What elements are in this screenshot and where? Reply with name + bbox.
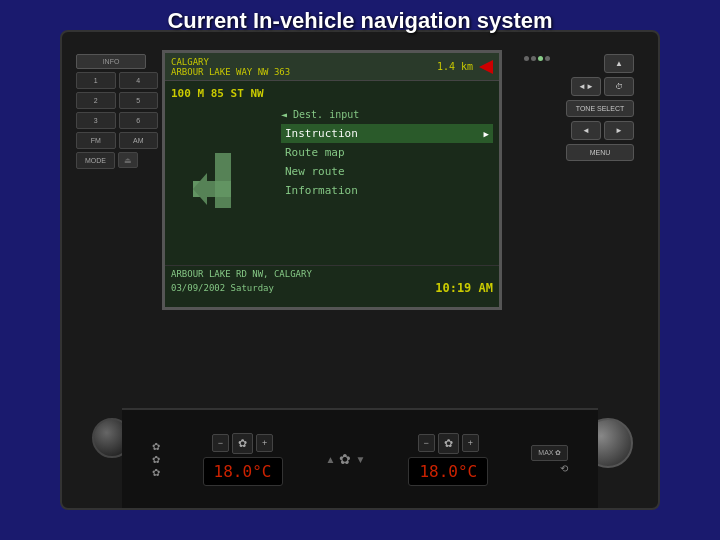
- title-text: Current In-vehicle navigation system: [167, 8, 552, 33]
- menu-item-route-map[interactable]: Route map: [281, 143, 493, 162]
- svg-rect-0: [215, 153, 231, 208]
- left-fan-icon-3[interactable]: ✿: [152, 467, 160, 478]
- right-btn-row-4: ◄ ►: [562, 121, 634, 140]
- led-dot-4: [545, 56, 550, 61]
- right-btn-row-2: ◄► ⏱: [562, 77, 634, 96]
- dest-input-header: ◄ Dest. input: [281, 109, 493, 120]
- car-unit: INFO 1 4 2 5 3 6 FM AM MODE ⏏: [60, 30, 660, 510]
- turn-arrow-graphic: [185, 143, 255, 227]
- max-button[interactable]: MAX ✿: [531, 445, 568, 461]
- svg-rect-1: [193, 181, 231, 197]
- button-up[interactable]: ▲: [604, 54, 634, 73]
- right-panel: ▲ ◄► ⏱ TONE SELECT ◄ ► MENU: [558, 50, 638, 310]
- cassette-icon: ⏏: [118, 152, 138, 168]
- dest-input-label: ◄ Dest. input: [281, 109, 359, 120]
- button-next[interactable]: ►: [604, 121, 634, 140]
- right-fan-button[interactable]: ✿: [438, 433, 459, 454]
- menu-item-instruction-label: Instruction: [285, 127, 358, 140]
- button-am[interactable]: AM: [119, 132, 159, 149]
- screen-content: CALGARY ARBOUR LAKE WAY NW 363 1.4 km 10…: [165, 53, 499, 307]
- right-btn-row-3: TONE SELECT: [562, 100, 634, 117]
- screen-right-menu: ◄ Dest. input Instruction ▶ Route map Ne…: [275, 105, 499, 265]
- screen-location: CALGARY ARBOUR LAKE WAY NW 363: [171, 57, 429, 77]
- screen-top-bar: CALGARY ARBOUR LAKE WAY NW 363 1.4 km: [165, 53, 499, 81]
- screen-bottom-address: ARBOUR LAKE RD NW, CALGARY: [171, 269, 493, 279]
- left-temp-display: 18.0°C: [203, 457, 283, 486]
- led-dot-1: [524, 56, 529, 61]
- tone-select-button[interactable]: TONE SELECT: [566, 100, 634, 117]
- menu-item-instruction[interactable]: Instruction ▶: [281, 124, 493, 143]
- button-clock[interactable]: ⏱: [604, 77, 634, 96]
- button-1[interactable]: 1: [76, 72, 116, 89]
- location-line1: CALGARY: [171, 57, 209, 67]
- navigation-screen: CALGARY ARBOUR LAKE WAY NW 363 1.4 km 10…: [162, 50, 502, 310]
- info-button[interactable]: INFO: [76, 54, 146, 69]
- left-fan-button[interactable]: ✿: [232, 433, 253, 454]
- climate-center-section: ▲ ✿ ▼: [326, 451, 366, 467]
- led-dot-3: [538, 56, 543, 61]
- left-fan-icon-1[interactable]: ✿: [152, 441, 160, 452]
- turn-arrow-area: [165, 105, 275, 265]
- location-line2: ARBOUR LAKE WAY NW 363: [171, 67, 290, 77]
- right-temp-display: 18.0°C: [408, 457, 488, 486]
- left-fan-icon-2[interactable]: ✿: [152, 454, 160, 465]
- page-title: Current In-vehicle navigation system: [0, 8, 720, 34]
- button-nav-arrows[interactable]: ◄►: [571, 77, 601, 96]
- climate-left-section: ✿ ✿ ✿: [152, 441, 160, 478]
- right-btn-row-1: ▲: [562, 54, 634, 73]
- button-3[interactable]: 3: [76, 112, 116, 129]
- screen-date: 03/09/2002 Saturday: [171, 283, 274, 293]
- led-dot-2: [531, 56, 536, 61]
- button-fm[interactable]: FM: [76, 132, 116, 149]
- mode-button[interactable]: MODE: [76, 152, 115, 169]
- button-prev[interactable]: ◄: [571, 121, 601, 140]
- turn-arrow-svg: [185, 143, 255, 223]
- direction-arrow-red: [479, 60, 493, 74]
- climate-left-temp-section: − ✿ + 18.0°C: [203, 433, 283, 486]
- climate-control-bar: ✿ ✿ ✿ − ✿ + 18.0°C ▲ ✿ ▼ − ✿: [122, 408, 598, 508]
- nav-menu-list[interactable]: Instruction ▶ Route map New route Inform…: [281, 124, 493, 200]
- instruction-street: 100 M 85 ST NW: [171, 87, 264, 100]
- menu-button[interactable]: MENU: [566, 144, 634, 161]
- left-panel: INFO 1 4 2 5 3 6 FM AM MODE ⏏: [72, 50, 162, 310]
- screen-bottom: ARBOUR LAKE RD NW, CALGARY 03/09/2002 Sa…: [165, 265, 499, 298]
- screen-distance: 1.4 km: [437, 61, 473, 72]
- center-fan-icon[interactable]: ✿: [339, 451, 351, 467]
- center-up-arrow: ▲: [326, 454, 336, 465]
- menu-item-new-route[interactable]: New route: [281, 162, 493, 181]
- button-5[interactable]: 5: [119, 92, 159, 109]
- right-btn-row-5: MENU: [562, 144, 634, 161]
- screen-datetime: 03/09/2002 Saturday 10:19 AM: [171, 281, 493, 295]
- button-2[interactable]: 2: [76, 92, 116, 109]
- center-down-arrow: ▼: [355, 454, 365, 465]
- led-indicators: [524, 56, 550, 61]
- right-temp-down-button[interactable]: −: [418, 434, 435, 452]
- right-extra-icon[interactable]: ⟲: [560, 463, 568, 474]
- climate-right-temp-section: − ✿ + 18.0°C: [408, 433, 488, 486]
- left-temp-down-button[interactable]: −: [212, 434, 229, 452]
- screen-time: 10:19 AM: [435, 281, 493, 295]
- button-6[interactable]: 6: [119, 112, 159, 129]
- menu-item-information[interactable]: Information: [281, 181, 493, 200]
- screen-main: ◄ Dest. input Instruction ▶ Route map Ne…: [165, 105, 499, 265]
- screen-instruction-row: 100 M 85 ST NW: [165, 81, 499, 105]
- left-temp-up-button[interactable]: +: [256, 434, 273, 452]
- button-4[interactable]: 4: [119, 72, 159, 89]
- menu-item-instruction-arrow: ▶: [484, 129, 489, 139]
- right-temp-up-button[interactable]: +: [462, 434, 479, 452]
- climate-right-section: MAX ✿ ⟲: [531, 445, 568, 474]
